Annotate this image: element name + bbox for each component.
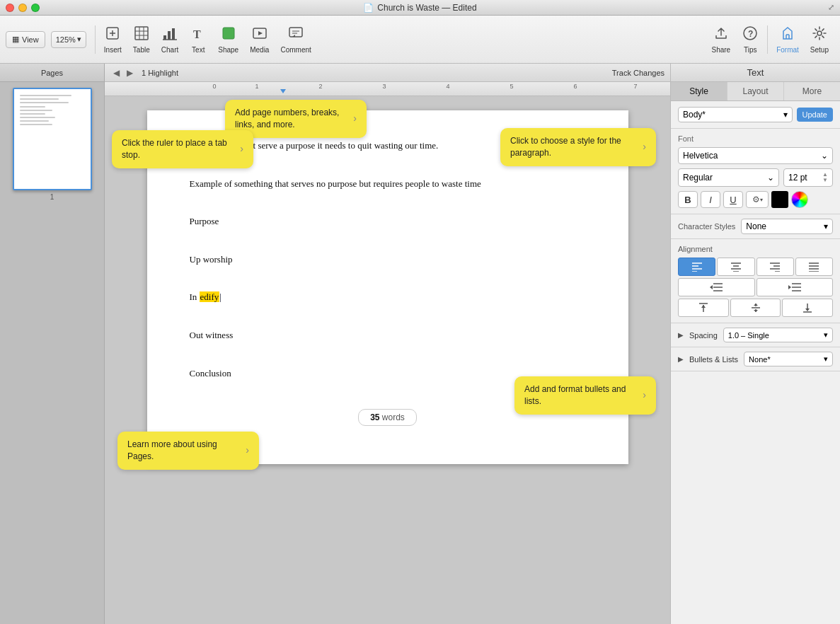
alignment-grid xyxy=(678,258,833,317)
svg-text:?: ? xyxy=(748,29,753,39)
spacing-expand-arrow[interactable]: ▶ xyxy=(678,331,684,339)
tab-layout[interactable]: Layout xyxy=(727,82,784,100)
svg-rect-3 xyxy=(135,27,148,40)
document-area: ◀ ▶ 1 Highlight Track Changes 0 1 2 3 4 … xyxy=(105,64,670,624)
doc-line-spacer-4 xyxy=(190,272,586,287)
svg-marker-52 xyxy=(701,305,706,308)
view-button[interactable]: ▦ View xyxy=(6,31,45,48)
alignment-section: Alignment xyxy=(671,239,840,323)
toolbar-share[interactable]: Share xyxy=(706,19,737,60)
titlebar: 📄 Church is Waste — Edited ⤢ xyxy=(0,0,840,16)
nav-next-arrow[interactable]: ▶ xyxy=(124,67,136,79)
svg-marker-57 xyxy=(754,310,758,312)
right-panel: Text Style Layout More Body* ▾ Update Fo… xyxy=(670,64,840,624)
media-label: Media xyxy=(250,46,269,54)
align-justify-button[interactable] xyxy=(795,258,833,276)
panel-tabs: Style Layout More xyxy=(671,82,840,101)
doc-line-witness[interactable]: Out witness xyxy=(190,328,586,343)
zoom-selector[interactable]: 125% ▾ xyxy=(51,31,86,48)
valign-top-button[interactable] xyxy=(678,299,729,317)
align-center-button[interactable] xyxy=(717,258,754,276)
ruler-mark-4: 4 xyxy=(446,83,449,90)
font-style-selector[interactable]: Regular ⌄ xyxy=(678,168,779,187)
nav-prev-arrow[interactable]: ◀ xyxy=(110,67,122,79)
toolbar-comment[interactable]: Comment xyxy=(275,19,316,60)
font-options-button[interactable]: ⚙︎ ▾ xyxy=(746,191,769,208)
paragraph-style-selector[interactable]: Body* ▾ xyxy=(678,107,793,122)
text-label: Text xyxy=(192,46,205,54)
minimize-button[interactable] xyxy=(18,4,27,12)
maximize-button[interactable] xyxy=(31,4,40,12)
doc-line-edify[interactable]: In edify| xyxy=(190,290,586,305)
toolbar-insert[interactable]: Insert xyxy=(98,19,127,60)
bullets-expand-arrow[interactable]: ▶ xyxy=(678,355,684,363)
character-styles-selector[interactable]: None ▾ xyxy=(741,219,833,234)
valign-middle-button[interactable] xyxy=(730,299,781,317)
toolbar-divider-1 xyxy=(95,25,96,54)
window-controls[interactable] xyxy=(6,4,40,12)
page-thumbnail-1[interactable] xyxy=(13,88,92,190)
chart-icon xyxy=(162,25,178,45)
italic-button[interactable]: I xyxy=(701,191,720,208)
ruler-mark-1: 1 xyxy=(255,83,258,90)
tooltip-paragraph-text: Click to choose a style for the paragrap… xyxy=(510,135,637,159)
toolbar-chart[interactable]: Chart xyxy=(156,19,184,60)
word-count-pill: 35 words xyxy=(358,409,417,426)
tooltip-bullets-text: Add and format bullets and lists. xyxy=(524,383,637,408)
indent-increase-button[interactable] xyxy=(756,278,834,296)
toolbar-tips[interactable]: ? Tips xyxy=(736,19,764,60)
doc-line-spacer-5 xyxy=(190,309,586,324)
toolbar: ▦ View 125% ▾ Insert xyxy=(0,16,840,64)
tooltip-learn-text: Learn more about using Pages. xyxy=(127,439,240,463)
doc-line-2[interactable]: Example of something that serves no purp… xyxy=(190,177,586,192)
spacing-selector[interactable]: 1.0 – Single ▾ xyxy=(723,328,833,342)
valign-bottom-button[interactable] xyxy=(782,299,833,317)
doc-line-spacer-2 xyxy=(190,195,586,210)
tooltip-paragraph-arrow[interactable]: › xyxy=(643,140,646,154)
update-button[interactable]: Update xyxy=(797,108,833,122)
toolbar-format[interactable]: Format xyxy=(771,19,805,60)
toolbar-shape[interactable]: Shape xyxy=(212,19,244,60)
bullets-selector[interactable]: None* ▾ xyxy=(744,352,833,366)
tab-more[interactable]: More xyxy=(784,82,840,100)
tooltip-insert-arrow[interactable]: › xyxy=(353,112,357,126)
font-name-selector[interactable]: Helvetica ⌄ xyxy=(678,147,833,164)
bold-button[interactable]: B xyxy=(678,191,698,208)
toolbar-divider-2 xyxy=(767,25,768,54)
setup-icon xyxy=(812,25,827,45)
doc-line-worship[interactable]: Up worship xyxy=(190,253,586,267)
svg-marker-17 xyxy=(292,35,295,37)
font-style-row: Regular ⌄ 12 pt ▲▼ xyxy=(678,168,833,187)
doc-line-purpose[interactable]: Purpose xyxy=(190,214,586,229)
ruler-mark-7: 7 xyxy=(633,83,637,90)
pages-sidebar: Pages 1 xyxy=(0,64,105,624)
close-button[interactable] xyxy=(6,4,14,12)
align-left-button[interactable] xyxy=(678,258,715,276)
ruler-mark-6: 6 xyxy=(573,83,577,90)
tooltip-learn-arrow[interactable]: › xyxy=(246,444,249,458)
chart-label: Chart xyxy=(161,46,178,54)
font-color-swatch[interactable] xyxy=(771,191,788,208)
chevron-down-icon: ⌄ xyxy=(767,173,774,183)
tooltip-ruler: Click the ruler to place a tab stop. › xyxy=(112,130,253,168)
table-icon xyxy=(134,25,149,45)
resize-icon[interactable]: ⤢ xyxy=(828,3,834,12)
toolbar-media[interactable]: Media xyxy=(244,19,275,60)
tooltip-bullets-arrow[interactable]: › xyxy=(643,388,646,403)
comment-icon xyxy=(288,25,304,45)
character-styles-label: Character Styles xyxy=(678,222,735,231)
tab-style[interactable]: Style xyxy=(671,82,727,100)
media-icon xyxy=(252,25,267,45)
underline-button[interactable]: U xyxy=(723,191,743,208)
color-wheel-button[interactable] xyxy=(791,191,808,208)
indent-decrease-button[interactable] xyxy=(678,278,755,296)
tooltip-ruler-arrow[interactable]: › xyxy=(240,142,243,156)
word-count-label: words xyxy=(382,412,405,422)
chevron-down-icon: ▾ xyxy=(824,330,828,340)
toolbar-setup[interactable]: Setup xyxy=(805,19,834,60)
toolbar-text[interactable]: T Text xyxy=(184,19,212,60)
toolbar-table[interactable]: Table xyxy=(127,19,156,60)
font-size-selector[interactable]: 12 pt ▲▼ xyxy=(783,168,833,187)
align-right-button[interactable] xyxy=(756,258,794,276)
ruler[interactable]: 0 1 2 3 4 5 6 7 xyxy=(105,82,670,96)
